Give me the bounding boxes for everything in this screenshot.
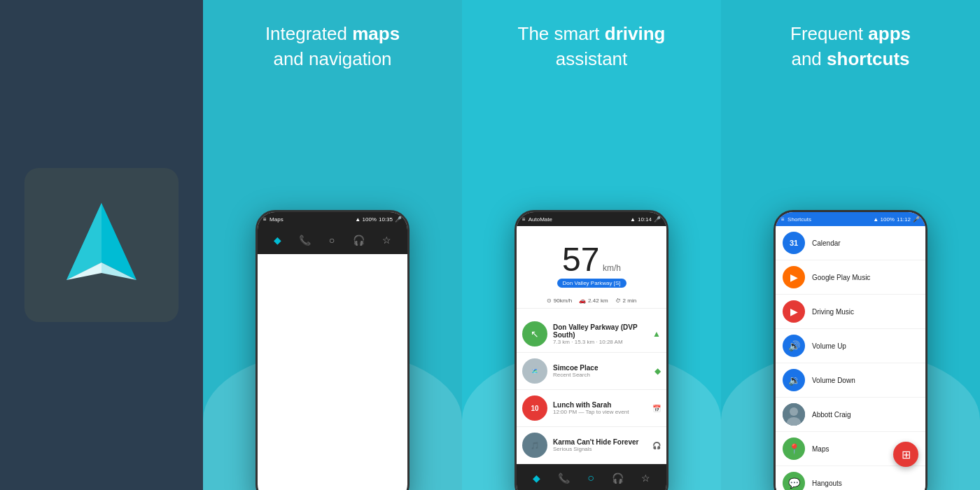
shortcuts-title: Frequent appsand shortcuts bbox=[776, 21, 925, 72]
svg-point-21 bbox=[790, 407, 798, 416]
route-cal-3: 📅 bbox=[652, 405, 661, 412]
shortcut-hangouts-label: Hangouts bbox=[812, 479, 842, 487]
shortcuts-phone-screen: ≡ Shortcuts ▲ 100% 11:12 🎤 31 Calendar bbox=[776, 212, 925, 490]
shortcut-volume-up-label: Volume Up bbox=[812, 342, 846, 350]
driving-nav-star[interactable]: ☆ bbox=[641, 472, 650, 484]
shortcuts-status-icons: ▲ 100% 11:12 🎤 bbox=[873, 216, 920, 223]
volume-down-icon: 🔉 bbox=[783, 369, 805, 391]
shortcuts-panel: Frequent appsand shortcuts ≡ Shortcuts ▲… bbox=[721, 0, 980, 490]
driving-music-icon: ▶ bbox=[783, 300, 805, 323]
maps-phone: ≡ Maps ▲ 100% 10:35 🎤 bbox=[255, 210, 410, 490]
features-container: Integrated mapsand navigation ≡ Maps ▲ 1… bbox=[203, 0, 980, 490]
shortcut-volume-down[interactable]: 🔉 Volume Down bbox=[776, 363, 925, 398]
play-music-icon: ▶ bbox=[783, 266, 805, 288]
phone-side-btn-bottom bbox=[408, 303, 410, 331]
speed-number: 57 km/h bbox=[517, 240, 666, 279]
maps-phone-wrapper: ≡ Maps ▲ 100% 10:35 🎤 bbox=[255, 210, 410, 490]
driving-mic: 🎤 bbox=[654, 216, 661, 223]
route-icon-1: ↖ bbox=[522, 321, 547, 346]
driving-signal: ▲ bbox=[630, 216, 636, 223]
shortcut-play-music[interactable]: ▶ Google Play Music bbox=[776, 260, 925, 295]
stat-distance: 🚗2.42 km bbox=[579, 298, 608, 304]
shortcut-play-music-label: Google Play Music bbox=[812, 274, 870, 281]
maps-status-icons: ▲ 100% 10:35 🎤 bbox=[355, 216, 402, 223]
fab-icon: ⊞ bbox=[902, 448, 911, 461]
maps-bottom-nav: ◆ 📞 ○ 🎧 ☆ bbox=[258, 226, 407, 254]
driving-nav-phone[interactable]: 📞 bbox=[558, 472, 570, 484]
shortcut-volume-down-label: Volume Down bbox=[812, 377, 855, 384]
app-logo-box bbox=[24, 168, 178, 322]
shortcut-maps-label: Maps bbox=[812, 445, 829, 453]
shortcuts-fab[interactable]: ⊞ bbox=[893, 442, 918, 467]
route-card-2[interactable]: 🗺️ Simcoe Place Recent Search ◆ bbox=[517, 353, 666, 390]
route-info-2: Simcoe Place Recent Search bbox=[553, 364, 649, 378]
route-icon-3: 10 bbox=[522, 396, 547, 421]
stat-speed-limit: ⊙90km/h bbox=[547, 298, 572, 304]
maps-phone-screen: ≡ Maps ▲ 100% 10:35 🎤 bbox=[258, 212, 407, 490]
route-card-3[interactable]: 10 Lunch with Sarah 12:00 PM — Tap to vi… bbox=[517, 390, 666, 427]
automate-logo-svg bbox=[52, 196, 150, 294]
driving-title: The smart drivingassistant bbox=[504, 21, 680, 72]
driving-panel: The smart drivingassistant ≡ AutoMate ▲ … bbox=[462, 0, 721, 490]
volume-up-icon: 🔊 bbox=[783, 335, 805, 357]
shortcuts-mic: 🎤 bbox=[913, 216, 920, 223]
maps-signal: ▲ 100% bbox=[355, 216, 377, 223]
driving-nav-circle[interactable]: ○ bbox=[587, 472, 594, 484]
driving-status-bar: ≡ AutoMate ▲ 10:14 🎤 bbox=[517, 212, 666, 226]
maps-status-bar: ≡ Maps ▲ 100% 10:35 🎤 bbox=[258, 212, 407, 226]
nav-home-icon[interactable]: ◆ bbox=[274, 234, 281, 246]
shortcuts-status-bar: ≡ Shortcuts ▲ 100% 11:12 🎤 bbox=[776, 212, 925, 226]
driving-bottom-nav: ◆ 📞 ○ 🎧 ☆ bbox=[517, 464, 666, 490]
abbott-avatar-svg bbox=[783, 403, 805, 426]
driving-phone-wrapper: ≡ AutoMate ▲ 10:14 🎤 57 km/h D bbox=[514, 210, 668, 490]
driving-phone: ≡ AutoMate ▲ 10:14 🎤 57 km/h D bbox=[514, 210, 668, 490]
abbott-icon bbox=[783, 403, 805, 426]
maps-mic: 🎤 bbox=[395, 216, 402, 223]
speed-display: 57 km/h Don Valley Parkway [S] ⊙90km/h 🚗… bbox=[517, 226, 666, 316]
route-card-1[interactable]: ↖ Don Valley Parkway (DVP South) 7.3 km … bbox=[517, 316, 666, 353]
shortcuts-signal: ▲ 100% bbox=[873, 216, 895, 223]
shortcut-volume-up[interactable]: 🔊 Volume Up bbox=[776, 329, 925, 363]
hangouts-icon: 💬 bbox=[783, 472, 805, 490]
shortcuts-phone: ≡ Shortcuts ▲ 100% 11:12 🎤 31 Calendar bbox=[774, 210, 927, 490]
driving-nav-home[interactable]: ◆ bbox=[533, 472, 540, 484]
maps-title: Integrated mapsand navigation bbox=[251, 21, 414, 72]
shortcut-driving-music-label: Driving Music bbox=[812, 308, 854, 316]
shortcut-abbott[interactable]: Abbott Craig bbox=[776, 398, 925, 432]
maps-panel: Integrated mapsand navigation ≡ Maps ▲ 1… bbox=[203, 0, 462, 490]
nav-headphone-icon[interactable]: 🎧 bbox=[353, 234, 365, 246]
maps-icon: 📍 bbox=[783, 438, 805, 460]
driving-phone-screen: ≡ AutoMate ▲ 10:14 🎤 57 km/h D bbox=[517, 212, 666, 490]
maps-status-left: ≡ Maps bbox=[263, 216, 284, 223]
shortcut-calendar[interactable]: 31 Calendar bbox=[776, 226, 925, 260]
shortcut-driving-music[interactable]: ▶ Driving Music bbox=[776, 295, 925, 329]
route-arrow-1: ▲ bbox=[652, 329, 661, 339]
nav-star-icon[interactable]: ☆ bbox=[382, 234, 391, 246]
nav-phone-icon[interactable]: 📞 bbox=[299, 234, 311, 246]
shortcut-hangouts[interactable]: 💬 Hangouts bbox=[776, 466, 925, 490]
route-music-4: 🎧 bbox=[652, 442, 661, 449]
shortcuts-status-left: ≡ Shortcuts bbox=[781, 216, 811, 223]
road-badge: Don Valley Parkway [S] bbox=[557, 279, 626, 288]
route-info-4: Karma Can't Hide Forever Serious Signals bbox=[553, 438, 647, 452]
route-diamond-2: ◆ bbox=[654, 366, 661, 376]
route-info-3: Lunch with Sarah 12:00 PM — Tap to view … bbox=[553, 401, 647, 415]
nav-circle-icon[interactable]: ○ bbox=[329, 234, 335, 246]
stat-time: ⏱2 min bbox=[615, 298, 637, 304]
route-info-1: Don Valley Parkway (DVP South) 7.3 km · … bbox=[553, 323, 647, 345]
driving-nav-headphone[interactable]: 🎧 bbox=[612, 472, 624, 484]
driving-status-icons: ▲ 10:14 🎤 bbox=[630, 216, 661, 223]
route-icon-4: 🎵 bbox=[522, 433, 547, 458]
route-icon-2: 🗺️ bbox=[522, 358, 547, 384]
phone-side-btn-top bbox=[408, 268, 410, 296]
logo-panel bbox=[0, 0, 203, 490]
shortcut-abbott-label: Abbott Craig bbox=[812, 411, 851, 419]
shortcut-calendar-label: Calendar bbox=[812, 239, 841, 247]
route-card-4[interactable]: 🎵 Karma Can't Hide Forever Serious Signa… bbox=[517, 427, 666, 464]
driving-status-left: ≡ AutoMate bbox=[522, 216, 552, 223]
calendar-icon: 31 bbox=[783, 232, 805, 254]
shortcuts-time: 11:12 bbox=[897, 216, 911, 223]
driving-stats: ⊙90km/h 🚗2.42 km ⏱2 min bbox=[517, 293, 666, 309]
maps-time: 10:35 bbox=[379, 216, 393, 223]
driving-time: 10:14 bbox=[638, 216, 652, 223]
